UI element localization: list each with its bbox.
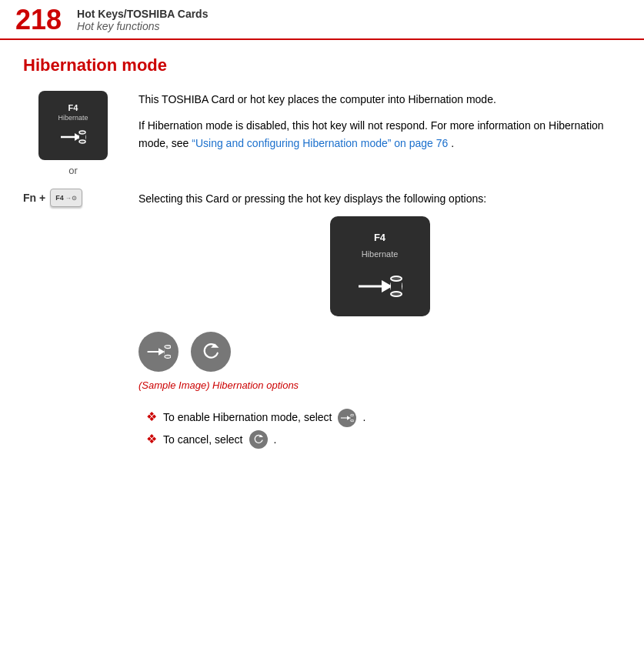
card-hibernate-icon xyxy=(59,126,87,148)
fn-key-arrow: →⊙ xyxy=(65,195,77,202)
bullet-list: ❖ To enable Hibernation mode, select xyxy=(138,406,621,451)
bullet-diamond-1: ❖ xyxy=(146,406,157,429)
bullet-text-1: To enable Hibernation mode, select xyxy=(163,408,332,427)
page-number: 218 xyxy=(15,6,62,34)
desc2: If Hibernation mode is disabled, this ho… xyxy=(138,117,621,152)
bullet-text-2: To cancel, select xyxy=(163,430,243,449)
page-header: 218 Hot Keys/TOSHIBA Cards Hot key funct… xyxy=(0,0,644,40)
svg-point-32 xyxy=(351,419,355,421)
fn-key-badge: F4 →⊙ xyxy=(50,189,82,207)
large-card-hibernate: Hibernate xyxy=(362,248,399,262)
fn-key-f4: F4 xyxy=(55,195,64,202)
toshiba-card-small: F4 Hibernate xyxy=(38,91,108,160)
large-card-f4: F4 xyxy=(374,230,385,246)
hibernation-link[interactable]: “Using and configuring Hibernation mode”… xyxy=(192,137,448,149)
bullet-diamond-2: ❖ xyxy=(146,429,157,451)
toshiba-card-large: F4 Hibernate xyxy=(330,216,430,316)
hibernate-enable-icon xyxy=(138,332,179,372)
cancel-inline-icon xyxy=(249,430,268,449)
svg-marker-17 xyxy=(158,349,165,356)
fn-row-block: Fn + F4 →⊙ Selecting this Card or pressi… xyxy=(23,189,621,451)
header-text: Hot Keys/TOSHIBA Cards Hot key functions xyxy=(77,8,208,32)
enable-inline-icon xyxy=(338,409,356,427)
desc3-col: Selecting this Card or pressing the hot … xyxy=(138,189,621,451)
options-icons-row xyxy=(138,332,621,372)
main-content: Hibernation mode F4 Hibernate xyxy=(0,40,644,466)
large-card-container: F4 Hibernate xyxy=(138,216,621,316)
hibernate-icon-svg xyxy=(146,341,171,363)
header-subtitle: Hot key functions xyxy=(77,20,208,32)
cancel-icon-svg-inline xyxy=(252,433,265,446)
card-hibernate-label: Hibernate xyxy=(58,114,88,122)
svg-point-22 xyxy=(165,346,171,349)
info-row-1: F4 Hibernate or This TOSHIBA Card or xyxy=(23,91,621,176)
fn-left-col: Fn + F4 →⊙ xyxy=(23,189,123,207)
sample-caption: (Sample Image) Hibernation options xyxy=(138,378,621,394)
svg-point-7 xyxy=(79,140,85,143)
bullet-item-2: ❖ To cancel, select . xyxy=(146,429,621,451)
card-left-col: F4 Hibernate or xyxy=(23,91,123,176)
or-label: or xyxy=(68,165,78,176)
svg-point-31 xyxy=(351,414,355,416)
svg-point-14 xyxy=(391,276,402,281)
cancel-icon-svg xyxy=(200,341,222,363)
header-title: Hot Keys/TOSHIBA Cards xyxy=(77,8,208,20)
cancel-icon xyxy=(191,332,231,372)
svg-marker-26 xyxy=(347,416,351,419)
svg-point-15 xyxy=(391,292,402,296)
description-col: This TOSHIBA Card or hot key places the … xyxy=(138,91,621,152)
svg-point-23 xyxy=(165,356,171,359)
fn-label: Fn + xyxy=(23,192,45,204)
desc3: Selecting this Card or pressing the hot … xyxy=(138,190,621,207)
large-card-icon xyxy=(357,269,403,303)
svg-point-6 xyxy=(79,131,85,134)
enable-icon-svg xyxy=(340,412,354,424)
card-f4-label: F4 xyxy=(68,103,78,112)
desc1: This TOSHIBA Card or hot key places the … xyxy=(138,91,621,108)
bullet-item-1: ❖ To enable Hibernation mode, select xyxy=(146,406,621,429)
section-heading: Hibernation mode xyxy=(23,55,621,75)
